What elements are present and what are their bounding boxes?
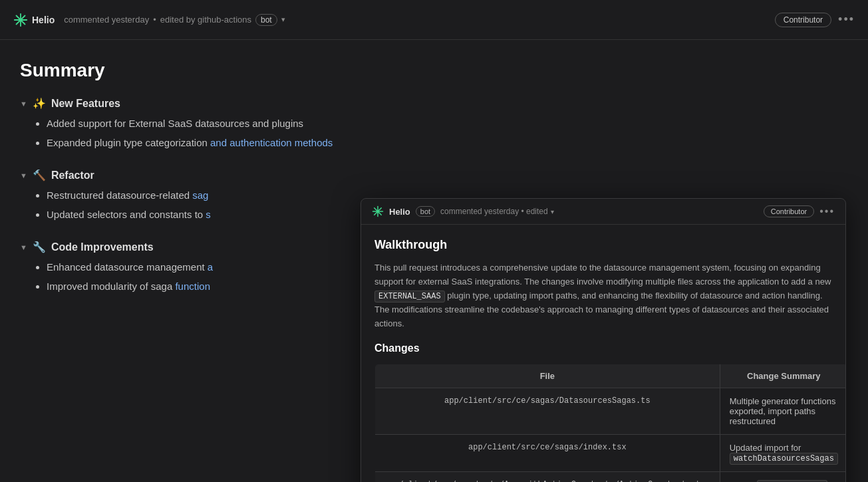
inline-code-watch: watchDatasourcesSagas	[730, 453, 838, 465]
svg-point-4	[19, 18, 23, 21]
popup-body: Walkthrough This pull request introduces…	[361, 225, 845, 482]
highlight-text: a	[208, 261, 213, 273]
summary-text: Updated import for	[730, 443, 801, 453]
highlight-text: s	[206, 209, 211, 220]
header-right: Contributor •••	[775, 13, 855, 27]
helio-icon	[13, 13, 28, 27]
svg-point-9	[376, 210, 379, 213]
triangle-icon-new-features: ▼	[20, 100, 27, 108]
header-meta: commented yesterday • edited by github-a…	[64, 14, 774, 26]
changes-table: File Change Summary app/client/src/ce/sa…	[374, 364, 845, 482]
walkthrough-description: This pull request introduces a comprehen…	[374, 261, 832, 330]
popup-contributor-badge: Contributor	[764, 205, 814, 217]
bullet-list-new-features: Added support for External SaaS datasour…	[20, 116, 848, 150]
popup-overlay: Helio bot commented yesterday • edited ▾…	[361, 198, 846, 482]
popup-bot-badge: bot	[416, 206, 435, 217]
list-item: Added support for External SaaS datasour…	[47, 116, 848, 132]
popup-more-options-icon[interactable]: •••	[819, 205, 835, 217]
meta-edited: edited by github-actions	[160, 15, 251, 25]
popup-helio-icon	[372, 205, 384, 217]
triangle-icon-refactor: ▼	[20, 172, 27, 180]
table-row: app/client/src/ce/sagas/DatasourcesSagas…	[375, 388, 846, 435]
highlight-text: function	[175, 281, 210, 292]
main-comment: Helio commented yesterday • edited by gi…	[0, 0, 868, 482]
popup-dropdown-arrow-icon[interactable]: ▾	[551, 208, 554, 215]
highlight-text: and authentication methods	[210, 137, 333, 148]
changes-title: Changes	[374, 342, 832, 354]
table-row: app/client/src/ce/sagas/index.tsx Update…	[375, 435, 846, 472]
bot-badge: bot	[255, 14, 277, 26]
description-part1: This pull request introduces a comprehen…	[374, 263, 831, 287]
section-header-refactor: ▼ 🔨 Refactor	[20, 169, 848, 181]
table-header-summary: Change Summary	[720, 364, 845, 388]
popup-helio-username[interactable]: Helio	[389, 207, 410, 217]
section-emoji-refactor: 🔨	[33, 169, 46, 181]
comment-header: Helio commented yesterday • edited by gi…	[0, 0, 868, 40]
helio-logo: Helio	[13, 13, 55, 27]
table-header-file: File	[375, 364, 720, 388]
meta-commented: commented yesterday	[64, 15, 149, 25]
highlight-text: sag	[192, 189, 208, 201]
meta-dot: •	[153, 15, 156, 25]
popup-meta-text: commented yesterday • edited	[440, 207, 548, 216]
table-cell-file: app/client/src/constants/AppsmithActionC…	[375, 472, 720, 482]
table-row: app/client/src/constants/AppsmithActionC…	[375, 472, 846, 482]
table-cell-summary: Multiple generator functions exported, i…	[720, 388, 845, 435]
inline-code-plugin-type: EXTERNAL_SAAS	[374, 291, 445, 302]
walkthrough-title: Walkthrough	[374, 238, 832, 252]
dropdown-arrow-icon[interactable]: ▾	[281, 15, 285, 24]
section-label-code-improvements: Code Improvements	[51, 241, 154, 253]
table-cell-file: app/client/src/ce/sagas/DatasourcesSagas…	[375, 388, 720, 435]
more-options-icon[interactable]: •••	[838, 13, 855, 27]
contributor-badge: Contributor	[775, 13, 831, 27]
list-item: Expanded plugin type categorization and …	[47, 136, 848, 151]
section-label-new-features: New Features	[51, 98, 120, 110]
popup-header: Helio bot commented yesterday • edited ▾…	[361, 199, 845, 225]
popup-meta: commented yesterday • edited ▾	[440, 207, 758, 216]
table-cell-summary: Added EXTERNAL_SAAS to PluginType enum, …	[720, 472, 845, 482]
triangle-icon-code-improvements: ▼	[20, 243, 27, 251]
section-header-new-features: ▼ ✨ New Features	[20, 97, 848, 110]
table-cell-summary: Updated import for watchDatasourcesSagas	[720, 435, 845, 472]
section-new-features: ▼ ✨ New Features Added support for Exter…	[20, 97, 848, 150]
section-emoji-new-features: ✨	[33, 97, 46, 110]
section-label-refactor: Refactor	[51, 170, 94, 181]
table-cell-file: app/client/src/ce/sagas/index.tsx	[375, 435, 720, 472]
helio-username[interactable]: Helio	[32, 15, 55, 25]
section-emoji-code-improvements: 🔧	[33, 241, 46, 253]
summary-title: Summary	[20, 60, 848, 81]
